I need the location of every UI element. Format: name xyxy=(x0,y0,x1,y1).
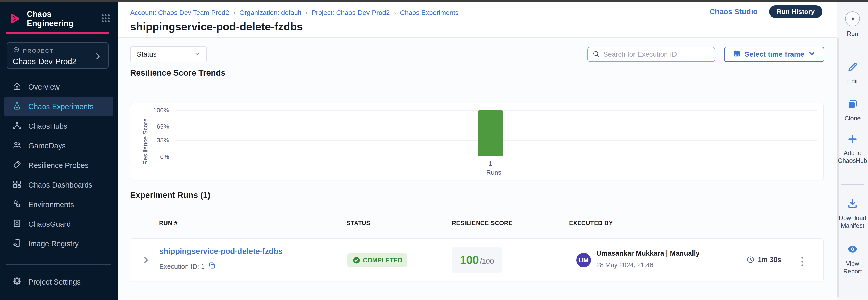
breadcrumb-chaos-experiments[interactable]: Chaos Experiments xyxy=(400,9,459,17)
rail-divider xyxy=(841,51,864,51)
row-menu-icon[interactable] xyxy=(797,253,808,271)
rail-divider xyxy=(841,184,864,185)
eye-icon xyxy=(847,243,859,256)
breadcrumb-project[interactable]: Project: Chaos-Dev-Prod2 xyxy=(312,9,390,17)
column-run: RUN # xyxy=(159,220,178,227)
select-time-frame-label: Select time frame xyxy=(745,50,804,59)
sidebar-item-label: Environments xyxy=(28,201,74,209)
hexagons-icon xyxy=(12,199,22,210)
edit-button[interactable]: Edit xyxy=(837,61,868,85)
run-name-link[interactable]: shippingservice-pod-delete-fzdbs xyxy=(159,247,282,256)
y-tick: 100% xyxy=(130,107,169,114)
sidebar-item-label: ChaosGuard xyxy=(28,220,71,229)
column-status: STATUS xyxy=(347,220,370,227)
execution-id-text: Execution ID: 1 xyxy=(159,263,205,271)
module-grid-icon[interactable] xyxy=(100,13,111,25)
search-input[interactable] xyxy=(603,51,711,59)
resilience-score-trends-heading: Resilience Score Trends xyxy=(130,68,225,78)
page-content: Status Select time frame xyxy=(118,38,837,300)
x-axis-title: Runs xyxy=(468,169,520,176)
sidebar-divider xyxy=(6,264,111,265)
registry-icon xyxy=(12,238,22,249)
x-tick: 1 xyxy=(478,160,503,167)
probe-icon xyxy=(12,160,22,171)
execution-search xyxy=(587,47,715,62)
calendar-icon xyxy=(733,50,741,60)
sidebar-item-overview[interactable]: Overview xyxy=(0,77,118,97)
sidebar-item-label: Chaos Dashboards xyxy=(28,181,92,189)
flask-icon xyxy=(12,101,22,112)
run-duration-value: 1m 30s xyxy=(758,256,781,264)
project-selector[interactable]: PROJECT Chaos-Dev-Prod2 xyxy=(7,42,108,69)
sidebar-item-project-settings[interactable]: Project Settings xyxy=(0,272,118,292)
window-chrome-strip xyxy=(0,0,868,2)
chaos-studio-link[interactable]: Chaos Studio xyxy=(710,7,758,16)
main-area: Account: Chaos Dev Team Prod2 › Organiza… xyxy=(118,2,837,300)
download-manifest-button[interactable]: Download Manifest xyxy=(837,198,868,230)
status-filter-label: Status xyxy=(137,51,193,59)
breadcrumb-organization[interactable]: Organization: default xyxy=(240,9,301,17)
sidebar-item-label: Overview xyxy=(28,83,60,91)
breadcrumb-separator: › xyxy=(305,9,307,17)
dashboard-icon xyxy=(12,180,22,191)
copy-icon[interactable] xyxy=(208,262,216,271)
chevron-right-icon xyxy=(94,52,102,62)
users-icon xyxy=(12,140,22,151)
run-button[interactable]: Run xyxy=(837,11,868,38)
sidebar-footer-nav: Project Settings xyxy=(0,272,118,292)
column-executed-by: EXECUTED BY xyxy=(569,220,613,227)
breadcrumb: Account: Chaos Dev Team Prod2 › Organiza… xyxy=(130,9,459,17)
executed-by-name: Umasankar Mukkara | Manually xyxy=(596,249,700,258)
add-to-chaoshub-button[interactable]: Add to ChaosHub xyxy=(837,133,868,164)
column-resilience-score: RESILIENCE SCORE xyxy=(452,220,513,227)
sidebar-item-label: ChaosHubs xyxy=(28,122,67,130)
download-icon xyxy=(847,198,858,210)
brand-accent-divider xyxy=(6,32,109,33)
gear-icon xyxy=(12,276,22,288)
page-header: Account: Chaos Dev Team Prod2 › Organiza… xyxy=(118,2,837,38)
sidebar-item-chaosguard[interactable]: ChaosGuard xyxy=(0,214,118,234)
add-to-chaoshub-label: Add to ChaosHub xyxy=(837,149,868,164)
y-axis-title: Resilience Score xyxy=(142,118,149,165)
y-tick: 35% xyxy=(130,137,169,144)
cube-icon xyxy=(12,47,20,55)
view-report-label: View Report xyxy=(837,260,868,275)
breadcrumb-separator: › xyxy=(394,9,396,17)
check-circle-icon xyxy=(352,257,360,264)
chaos-logo-icon xyxy=(8,11,22,26)
sidebar-item-chaos-dashboards[interactable]: Chaos Dashboards xyxy=(0,175,118,195)
resilience-score-trends-chart: 100% 65% 35% 0% Resilience Score 1 Runs xyxy=(130,103,824,180)
sidebar-item-label: GameDays xyxy=(28,142,66,150)
sidebar-item-resilience-probes[interactable]: Resilience Probes xyxy=(0,155,118,175)
select-time-frame-button[interactable]: Select time frame xyxy=(724,47,824,62)
view-report-button[interactable]: View Report xyxy=(837,243,868,275)
download-manifest-label: Download Manifest xyxy=(837,214,868,230)
run-score-bar[interactable] xyxy=(478,110,503,156)
run-history-button[interactable]: Run History xyxy=(769,5,823,18)
experiment-runs-heading: Experiment Runs (1) xyxy=(130,190,210,200)
chevron-down-icon xyxy=(193,50,201,59)
sidebar-item-chaos-experiments[interactable]: Chaos Experiments xyxy=(4,97,114,116)
plus-icon xyxy=(847,133,858,146)
clone-button[interactable]: Clone xyxy=(837,98,868,122)
hub-icon xyxy=(12,121,22,132)
sidebar-item-environments[interactable]: Environments xyxy=(0,195,118,214)
sidebar-item-label: Project Settings xyxy=(28,278,81,286)
expand-chevron-icon[interactable] xyxy=(141,255,151,266)
page-title: shippingservice-pod-delete-fzdbs xyxy=(130,21,303,33)
avatar: UM xyxy=(576,253,591,268)
pencil-icon xyxy=(847,61,858,74)
breadcrumb-account[interactable]: Account: Chaos Dev Team Prod2 xyxy=(130,9,229,17)
project-label: PROJECT xyxy=(23,48,54,54)
sidebar-item-chaoshubs[interactable]: ChaosHubs xyxy=(0,116,118,136)
score-value: 100 xyxy=(460,253,479,267)
clock-icon xyxy=(746,256,754,264)
sidebar-item-gamedays[interactable]: GameDays xyxy=(0,136,118,155)
status-badge: COMPLETED xyxy=(347,253,407,267)
executed-at: 28 May 2024, 21:46 xyxy=(596,261,653,269)
status-filter-dropdown[interactable]: Status xyxy=(130,47,207,62)
table-row: shippingservice-pod-delete-fzdbs Executi… xyxy=(130,238,824,281)
lock-icon xyxy=(12,219,22,230)
action-rail: Run Edit Clone Add to ChaosHub xyxy=(837,2,868,300)
sidebar-item-image-registry[interactable]: Image Registry xyxy=(0,234,118,253)
